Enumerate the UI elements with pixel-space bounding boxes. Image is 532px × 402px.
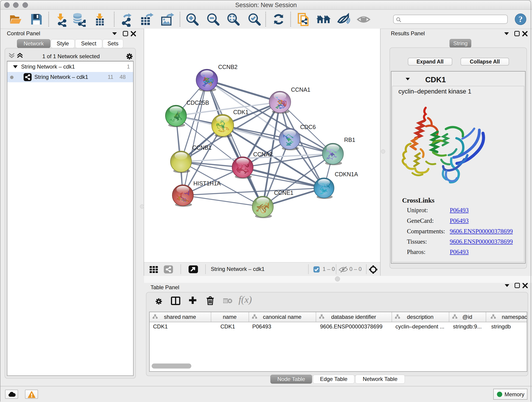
svg-text:CCNB2: CCNB2 <box>218 64 238 70</box>
svg-text:CDC6: CDC6 <box>300 124 316 130</box>
svg-text:CCNA2: CCNA2 <box>253 151 273 157</box>
svg-text:?: ? <box>519 15 523 24</box>
svg-text:HIST1H1A: HIST1H1A <box>193 180 221 186</box>
svg-text:CDK1: CDK1 <box>233 109 249 115</box>
svg-text:CCNA1: CCNA1 <box>291 86 310 93</box>
svg-text:CDKN1A: CDKN1A <box>335 171 358 177</box>
svg-text:CCNB1: CCNB1 <box>192 144 212 151</box>
svg-text:CCNE1: CCNE1 <box>274 190 293 196</box>
svg-text:CDC25B: CDC25B <box>186 99 209 106</box>
svg-text:RB1: RB1 <box>344 137 355 143</box>
